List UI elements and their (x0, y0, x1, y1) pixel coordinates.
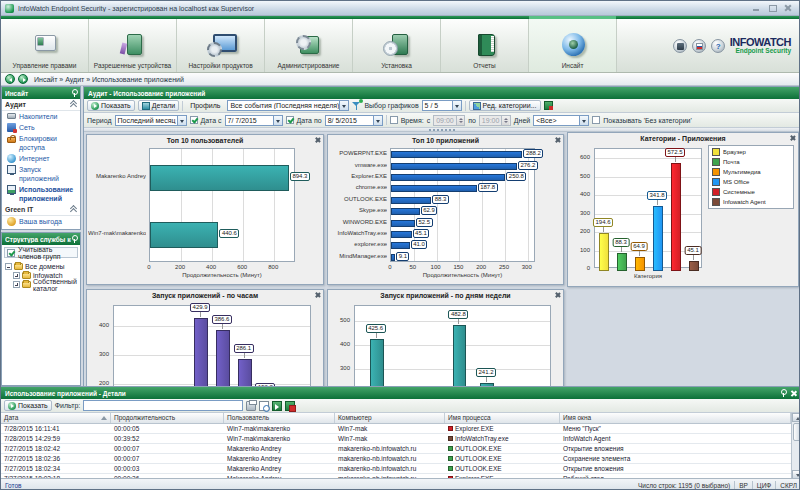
sidebar-item-1-1[interactable]: Накопители (2, 111, 80, 122)
details-show-button[interactable]: Показать (4, 400, 52, 411)
pin-icon[interactable] (71, 89, 77, 97)
language-button[interactable] (692, 39, 706, 53)
back-button[interactable] (5, 74, 15, 84)
time-to-field[interactable]: 19:00 (479, 115, 511, 126)
collapse-icon[interactable] (70, 101, 77, 108)
date-to-checkbox[interactable] (286, 116, 294, 124)
application-window: InfoWatch Endpoint Security - зарегистри… (0, 0, 800, 490)
table-row[interactable]: 7/27/2015 18:02:3600:00:07Makarenko Andr… (1, 454, 800, 464)
x-tick-label: 400 (206, 264, 216, 270)
ribbon-tab-7[interactable]: Инсайт (529, 19, 617, 72)
show-button[interactable]: Показать (87, 100, 135, 111)
chevron-down-icon[interactable] (177, 116, 186, 125)
section-header-1[interactable]: Аудит (2, 99, 80, 111)
scroll-thumb[interactable] (793, 423, 800, 441)
column-header-3[interactable]: Пользователь (224, 413, 335, 423)
lock-icon (7, 137, 16, 143)
tree-node-1[interactable]: Все домены (3, 262, 79, 271)
print-icon[interactable] (246, 401, 256, 411)
maximize-button[interactable] (767, 4, 777, 12)
chart-title: Запуск приложений - по дням недели (328, 292, 563, 299)
ribbon-tab-4[interactable]: Администрирование (265, 19, 353, 72)
time-spinner[interactable] (456, 116, 464, 125)
chart-close-icon[interactable] (788, 134, 796, 142)
pin-icon[interactable] (780, 389, 786, 397)
days-select[interactable]: <Все> (533, 115, 589, 126)
filter-input[interactable] (83, 400, 243, 411)
folder-icon (14, 263, 23, 270)
chevron-down-icon[interactable] (339, 101, 348, 110)
chart-close-icon[interactable] (553, 136, 561, 144)
column-header-1[interactable]: Дата (1, 413, 111, 423)
bar (671, 163, 681, 271)
chevron-down-icon[interactable] (452, 101, 461, 110)
date-from-select[interactable]: 7/ 7/2015 (225, 115, 283, 126)
ribbon-tab-6[interactable]: Отчеты (441, 19, 529, 72)
bar (370, 339, 384, 386)
help-button[interactable]: ? (711, 39, 725, 53)
process-name: OUTLOOK.EXE (455, 465, 502, 472)
no-category-checkbox[interactable] (592, 116, 600, 124)
expand-box-icon[interactable] (13, 272, 20, 279)
sidebar-item-1-5[interactable]: Запуск приложений (2, 164, 80, 184)
group-members-checkbox[interactable] (7, 249, 15, 257)
export-excel-icon[interactable] (544, 101, 553, 110)
time-checkbox[interactable] (390, 116, 398, 124)
chevron-down-icon[interactable] (373, 116, 382, 125)
profile-button[interactable]: Профиль (186, 100, 224, 111)
ribbon-tab-2[interactable]: Разрешенные устройства (89, 19, 177, 72)
sidebar-item-2-1[interactable]: Ваша выгода (2, 216, 80, 227)
minimize-button[interactable] (751, 4, 761, 12)
table-row[interactable]: 7/28/2015 14:29:5900:39:52Win7-mak\makar… (1, 434, 800, 444)
collapse-box-icon[interactable] (5, 263, 12, 270)
scroll-up-icon[interactable] (792, 413, 800, 422)
sidebar-item-1-3[interactable]: Блокировки доступа (2, 133, 80, 153)
column-header-2[interactable]: Продолжительность (111, 413, 224, 423)
period-select[interactable]: Последний месяц (115, 115, 187, 126)
preview-icon[interactable] (259, 401, 269, 411)
export-icon[interactable] (272, 401, 282, 411)
expand-box-icon[interactable] (13, 281, 20, 288)
table-row[interactable]: 7/27/2015 18:02:3400:00:03Makarenko Andr… (1, 464, 800, 474)
edit-categories-button[interactable]: Ред. категории... (469, 100, 541, 111)
vertical-scrollbar[interactable] (791, 413, 800, 479)
chart-close-icon[interactable] (553, 291, 561, 299)
profile-select[interactable]: Все события (Последняя неделя) (227, 100, 349, 111)
ribbon-tab-3[interactable]: Настройки продуктов (177, 19, 265, 72)
device-status-button[interactable] (673, 39, 687, 53)
pin-icon[interactable] (71, 235, 77, 243)
chart-close-icon[interactable] (313, 136, 321, 144)
date-to-select[interactable]: 8/ 5/2015 (325, 115, 383, 126)
value-label-connector (693, 255, 694, 260)
chevron-down-icon[interactable] (579, 116, 588, 125)
close-icon[interactable] (790, 390, 797, 397)
chevron-down-icon[interactable] (273, 116, 282, 125)
table-row[interactable]: 7/28/2015 16:11:4100:00:05Win7-mak\makar… (1, 424, 800, 434)
ribbon-tab-1[interactable]: Управление правами (1, 19, 89, 72)
time-from-field[interactable]: 09:00 (433, 115, 465, 126)
section-header-2[interactable]: Green IT (2, 204, 80, 216)
date-from-checkbox[interactable] (190, 116, 198, 124)
sidebar-item-1-6[interactable]: Использование приложений (2, 184, 80, 204)
column-header-5[interactable]: Имя процесса (445, 413, 560, 423)
sidebar-item-1-4[interactable]: Интернет (2, 153, 80, 164)
sidebar-item-1-2[interactable]: Сеть (2, 122, 80, 133)
table-row[interactable]: 7/27/2015 18:02:4200:00:07Makarenko Andr… (1, 444, 800, 454)
chart-close-icon[interactable] (313, 291, 321, 299)
ribbon-tab-5[interactable]: Установка (353, 19, 441, 72)
profile-label: Профиль (190, 102, 220, 109)
column-header-4[interactable]: Компьютер (335, 413, 445, 423)
process-icon (448, 466, 453, 471)
close-button[interactable] (783, 4, 793, 12)
charts-count-select[interactable]: 5 / 5 (422, 100, 462, 111)
bar (391, 242, 410, 249)
collapse-icon[interactable] (70, 206, 77, 213)
excel-export-icon[interactable] (285, 401, 295, 411)
column-header-6[interactable]: Имя окна (560, 413, 791, 423)
time-spinner[interactable] (501, 116, 509, 125)
filter-funnel-icon[interactable] (352, 101, 361, 111)
process-icon (448, 456, 453, 461)
forward-button[interactable] (18, 74, 28, 84)
details-button[interactable]: Детали (138, 100, 179, 111)
tree-node-3[interactable]: Собственный каталог (3, 280, 79, 289)
